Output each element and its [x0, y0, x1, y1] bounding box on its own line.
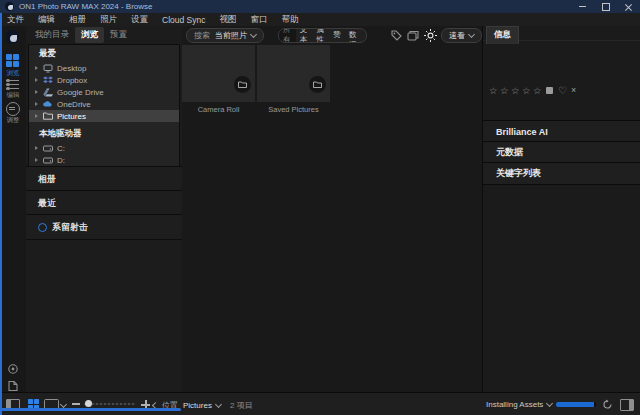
slider-thumb[interactable] — [85, 400, 92, 407]
chevron-down-icon — [60, 401, 67, 408]
section-metadata[interactable]: 元数据 — [483, 141, 640, 163]
filter-all[interactable]: 所有 — [279, 28, 296, 43]
filter-metadata[interactable]: 元数据 — [345, 28, 366, 43]
menu-edit[interactable]: 编辑 — [31, 14, 62, 26]
expander-icon[interactable] — [35, 114, 38, 118]
app-window: ON1 Photo RAW MAX 2024 - Browse 文件 编辑 相册… — [0, 0, 640, 415]
chevron-down-icon — [468, 30, 475, 37]
reject-x-icon[interactable]: × — [571, 85, 576, 95]
view-mode-dropdown[interactable] — [61, 402, 66, 407]
tag-icon[interactable] — [389, 28, 403, 42]
export-icon[interactable] — [6, 379, 19, 392]
slider-track[interactable] — [84, 403, 136, 405]
horizontal-scrollbar[interactable] — [0, 408, 181, 411]
install-status-dropdown[interactable]: Installing Assets — [486, 400, 552, 409]
tab-info[interactable]: 信息 — [486, 26, 519, 44]
sidebar-item-drive-c[interactable]: C: — [29, 142, 179, 154]
current-folder[interactable]: Pictures — [183, 401, 212, 410]
progress-fill — [556, 402, 594, 407]
section-recent[interactable]: 最近 — [26, 190, 182, 215]
info-panel: 信息 ☆☆☆☆☆ ♡ × Brilliance AI 元数据 关键字列表 — [482, 26, 640, 392]
maximize-button[interactable] — [594, 0, 617, 13]
dropbox-icon — [42, 75, 53, 85]
menu-help[interactable]: 帮助 — [274, 14, 305, 26]
sun-icon[interactable] — [423, 28, 437, 42]
filter-liked[interactable]: 赞 — [329, 28, 345, 42]
google-drive-icon — [42, 87, 53, 97]
local-drives-title: 本地驱动器 — [29, 122, 179, 142]
on1-logo-icon — [5, 2, 14, 11]
window-title: ON1 Photo RAW MAX 2024 - Browse — [19, 2, 153, 11]
browse-module-label[interactable]: 浏览 — [0, 69, 26, 76]
sidebar-tabs: 我的目录 浏览 预置 — [26, 26, 182, 43]
filter-segmented-control: 所有 文本 属性 赞 元数据 — [278, 28, 367, 43]
expander-icon[interactable] — [35, 158, 38, 162]
tab-presets[interactable]: 预置 — [104, 27, 133, 43]
sidebar-item-drive-d[interactable]: D: — [29, 154, 179, 166]
refresh-button[interactable] — [602, 399, 613, 410]
tab-browse[interactable]: 浏览 — [75, 27, 104, 43]
expander-icon[interactable] — [35, 146, 38, 150]
thumbnail-size-slider[interactable] — [84, 403, 136, 405]
color-label-swatch[interactable] — [546, 87, 553, 94]
search-scope-dropdown[interactable]: 搜索 当前照片 — [186, 28, 264, 43]
zoom-out-button[interactable] — [72, 403, 80, 405]
edit-module-icon[interactable] — [6, 79, 19, 90]
tab-my-catalogs[interactable]: 我的目录 — [29, 27, 75, 43]
item-label: Pictures — [57, 112, 86, 121]
expander-icon[interactable] — [35, 66, 38, 70]
tethered-icon — [38, 223, 47, 232]
stack-icon[interactable] — [406, 28, 420, 42]
search-label: 搜索 — [194, 30, 210, 41]
menu-view[interactable]: 视图 — [212, 14, 243, 26]
close-icon — [625, 3, 632, 10]
albums-label: 相册 — [38, 173, 56, 186]
folder-icon — [42, 111, 53, 121]
menu-album[interactable]: 相册 — [62, 14, 93, 26]
folder-tile-camera-roll[interactable] — [182, 45, 255, 102]
section-tethered-shooting[interactable]: 系留射击 — [26, 214, 182, 240]
browse-module-icon[interactable] — [6, 54, 19, 67]
resize-module-label[interactable]: 调整 — [0, 116, 26, 123]
section-brilliance-ai[interactable]: Brilliance AI — [483, 120, 640, 142]
chevron-down-icon — [250, 30, 257, 37]
window-edge-accent — [0, 13, 2, 415]
preview-quality-dropdown[interactable]: 速看 — [441, 28, 482, 43]
expander-icon[interactable] — [35, 102, 38, 106]
section-keyword-list[interactable]: 关键字列表 — [483, 162, 640, 185]
sidebar-item-google-drive[interactable]: Google Drive — [29, 86, 179, 98]
item-label: OneDrive — [57, 100, 91, 109]
menu-file[interactable]: 文件 — [0, 14, 31, 26]
sidebar-item-pictures[interactable]: Pictures — [29, 110, 179, 122]
minimize-button[interactable] — [571, 0, 594, 13]
desktop-icon — [42, 63, 53, 73]
sidebar-item-desktop[interactable]: Desktop — [29, 62, 179, 74]
section-label: 关键字列表 — [496, 167, 541, 180]
favorites-panel: 最爱 Desktop Dropbox Googl — [28, 44, 180, 167]
folder-tile-saved-pictures[interactable] — [257, 45, 330, 102]
menu-bar: 文件 编辑 相册 照片 设置 Cloud Sync 视图 窗口 帮助 — [0, 13, 640, 27]
sidebar-item-dropbox[interactable]: Dropbox — [29, 74, 179, 86]
menu-photo[interactable]: 照片 — [93, 14, 124, 26]
menu-window[interactable]: 窗口 — [243, 14, 274, 26]
sync-settings-icon[interactable] — [6, 362, 19, 375]
menu-cloud-sync[interactable]: Cloud Sync — [155, 15, 212, 25]
expander-icon[interactable] — [35, 90, 38, 94]
like-heart-icon[interactable]: ♡ — [558, 85, 567, 96]
folder-tile-label[interactable]: Saved Pictures — [257, 105, 330, 114]
menu-settings[interactable]: 设置 — [124, 14, 155, 26]
onedrive-icon — [42, 99, 53, 109]
toggle-right-panel-button[interactable] — [620, 399, 634, 411]
on1-rail-logo-icon — [5, 30, 19, 44]
edit-module-label[interactable]: 编辑 — [0, 91, 26, 98]
expander-icon[interactable] — [35, 78, 38, 82]
close-button[interactable] — [617, 0, 640, 13]
item-label: Desktop — [57, 64, 86, 73]
sidebar-item-onedrive[interactable]: OneDrive — [29, 98, 179, 110]
folder-tile-label[interactable]: Camera Roll — [182, 105, 255, 114]
filter-text[interactable]: 文本 — [296, 28, 313, 43]
resize-module-icon[interactable] — [6, 102, 20, 116]
star-rating-icons[interactable]: ☆☆☆☆☆ — [489, 85, 544, 96]
filter-attributes[interactable]: 属性 — [313, 28, 330, 43]
section-albums[interactable]: 相册 — [26, 166, 182, 191]
